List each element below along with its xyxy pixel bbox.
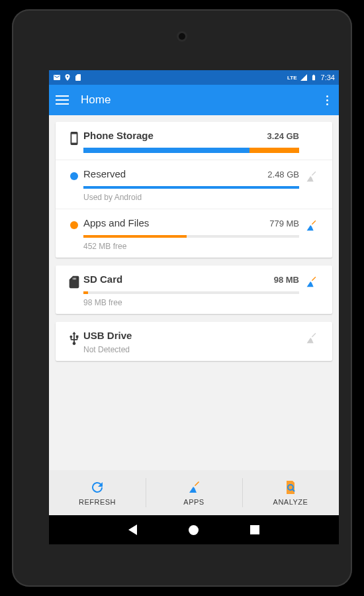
signal-status-icon — [300, 74, 308, 81]
tablet-bezel: LTE 7:34 Home — [12, 9, 352, 587]
apps-files-row[interactable]: Apps and Files 779 MB 452 MB free — [56, 209, 332, 258]
usb-drive-card: USB Drive Not Detected — [56, 322, 332, 361]
mail-status-icon — [53, 74, 61, 81]
content-area: Phone Storage 3.24 GB Reser — [49, 115, 339, 470]
android-nav-bar — [49, 515, 339, 544]
page-title: Home — [81, 93, 111, 107]
analyze-button[interactable]: ANALYZE — [242, 470, 339, 515]
nav-back-icon[interactable] — [128, 524, 137, 535]
bottom-actions: REFRESH APPS ANALYZE — [49, 470, 339, 515]
reserved-row[interactable]: Reserved 2.48 GB Used by Android — [56, 160, 332, 209]
lte-indicator: LTE — [287, 75, 297, 81]
refresh-button[interactable]: REFRESH — [49, 470, 146, 515]
nav-recents-icon[interactable] — [250, 525, 259, 534]
phone-storage-card: Phone Storage 3.24 GB Reser — [56, 122, 332, 258]
apps-files-value: 779 MB — [269, 219, 299, 228]
apps-label: APPS — [183, 498, 204, 506]
device-screen: LTE 7:34 Home — [49, 70, 339, 544]
phone-storage-title: Phone Storage — [83, 130, 154, 141]
broom-icon[interactable] — [304, 219, 318, 233]
battery-status-icon — [310, 74, 318, 81]
usb-drive-title: USB Drive — [83, 330, 132, 341]
analyze-icon — [283, 479, 298, 495]
location-status-icon — [64, 74, 71, 81]
phone-storage-bar — [83, 148, 299, 153]
reserved-sub: Used by Android — [83, 193, 299, 202]
menu-icon[interactable] — [56, 95, 69, 105]
clock: 7:34 — [321, 74, 335, 81]
app-bar: Home — [49, 85, 339, 115]
reserved-dot-icon — [70, 172, 78, 180]
phone-storage-total: 3.24 GB — [267, 131, 299, 141]
overflow-menu-icon[interactable] — [322, 95, 332, 105]
sd-card-row[interactable]: SD Card 98 MB 98 MB free — [56, 266, 332, 314]
sd-card-value: 98 MB — [274, 275, 299, 285]
sd-card-icon — [67, 275, 81, 289]
broom-icon — [304, 331, 318, 346]
apps-files-bar — [83, 235, 299, 238]
refresh-label: REFRESH — [79, 498, 116, 506]
apps-button[interactable]: APPS — [146, 470, 242, 515]
broom-icon[interactable] — [304, 275, 318, 289]
apps-dot-icon — [70, 221, 78, 229]
reserved-bar — [83, 186, 299, 189]
broom-icon — [186, 479, 202, 495]
nav-home-icon[interactable] — [189, 525, 199, 535]
apps-files-label: Apps and Files — [83, 217, 149, 228]
reserved-value: 2.48 GB — [267, 170, 299, 179]
usb-drive-row[interactable]: USB Drive Not Detected — [56, 322, 332, 361]
broom-icon[interactable] — [304, 170, 318, 184]
phone-icon — [67, 131, 81, 146]
front-camera — [179, 33, 185, 40]
usb-drive-sub: Not Detected — [83, 345, 299, 354]
refresh-icon — [89, 479, 105, 495]
sd-status-icon — [74, 74, 82, 81]
apps-files-sub: 452 MB free — [83, 242, 299, 251]
analyze-label: ANALYZE — [273, 498, 308, 506]
sd-card-bar — [83, 291, 299, 294]
reserved-label: Reserved — [83, 168, 126, 179]
sd-card-card: SD Card 98 MB 98 MB free — [56, 266, 332, 314]
usb-icon — [67, 331, 81, 346]
sd-card-sub: 98 MB free — [83, 298, 299, 307]
status-bar: LTE 7:34 — [49, 70, 339, 85]
sd-card-title: SD Card — [83, 273, 122, 285]
